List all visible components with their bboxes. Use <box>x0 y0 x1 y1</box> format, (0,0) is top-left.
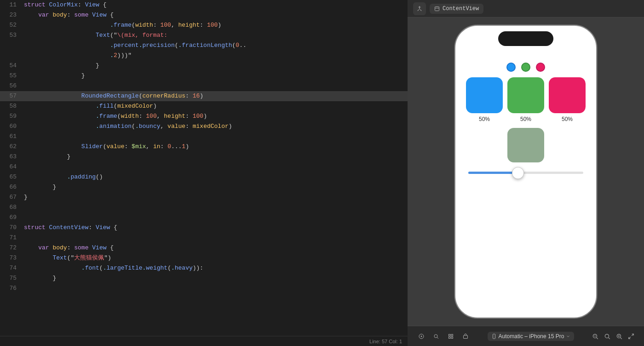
line-number: 68 <box>0 202 22 213</box>
code-line: 73 Text("大熊猫侯佩") <box>0 253 408 263</box>
line-content: } <box>22 192 408 202</box>
line-number: 11 <box>0 0 22 10</box>
swatch-label: 50% <box>562 116 573 122</box>
code-line: 65 .padding() <box>0 172 408 182</box>
line-number: 62 <box>0 142 22 152</box>
svg-rect-7 <box>451 334 453 336</box>
swatch-item: 50% <box>466 77 503 122</box>
line-number: 71 <box>0 233 22 243</box>
line-number: 63 <box>0 152 22 162</box>
window-icon <box>434 6 440 12</box>
zoom-controls <box>590 331 637 342</box>
slider-container[interactable] <box>468 172 583 174</box>
zoom-full-button[interactable] <box>626 331 637 342</box>
svg-rect-8 <box>449 337 451 339</box>
code-line: 69 <box>0 213 408 223</box>
line-number: 66 <box>0 182 22 192</box>
line-number: 52 <box>0 20 22 30</box>
swatch-box <box>549 77 586 113</box>
line-content: Slider(value: $mix, in: 0...1) <box>22 142 408 152</box>
grid-icon[interactable] <box>444 330 457 343</box>
line-number: 57 <box>0 91 22 101</box>
swatch-label: 50% <box>520 116 531 122</box>
svg-rect-0 <box>435 6 439 11</box>
line-number: 64 <box>0 162 22 172</box>
iphone-frame: 50%50%50% <box>454 25 597 318</box>
swatch-box <box>507 77 544 113</box>
share-icon[interactable] <box>459 330 472 343</box>
line-number: 23 <box>0 10 22 20</box>
code-area: 11struct ColorMix: View {23 var body: so… <box>0 0 408 346</box>
zoom-fit-button[interactable] <box>602 331 613 342</box>
color-swatches-row: 50%50%50% <box>466 77 586 122</box>
zoom-plus-button[interactable] <box>614 331 625 342</box>
swatch-label: 50% <box>479 116 490 122</box>
code-line: 72 var body: some View { <box>0 243 408 253</box>
pin-button[interactable] <box>413 2 426 15</box>
swatch-item: 50% <box>507 77 544 122</box>
line-content: .animation(.bouncy, value: mixedColor) <box>22 121 408 132</box>
code-line: 52 .frame(width: 100, height: 100) <box>0 20 408 30</box>
code-line: 60 .animation(.bouncy, value: mixedColor… <box>0 121 408 132</box>
slider-thumb[interactable] <box>512 167 524 179</box>
line-content: var body: some View { <box>22 10 408 20</box>
svg-point-16 <box>605 334 609 338</box>
line-content: var body: some View { <box>22 243 408 253</box>
line-number: 65 <box>0 172 22 182</box>
color-circle <box>521 63 530 72</box>
line-content: } <box>22 182 408 192</box>
code-line: 53 Text("\(mix, format: <box>0 30 408 40</box>
line-number: 73 <box>0 253 22 263</box>
line-number: 56 <box>0 81 22 91</box>
line-number: 60 <box>0 121 22 132</box>
code-line: 59 .frame(width: 100, height: 100) <box>0 111 408 121</box>
content-view-badge[interactable]: ContentView <box>430 4 483 14</box>
code-line: 63 } <box>0 152 408 162</box>
code-line: 23 var body: some View { <box>0 10 408 20</box>
zoom-minus-button[interactable] <box>590 331 601 342</box>
svg-rect-9 <box>451 337 453 339</box>
play-icon[interactable] <box>415 330 428 343</box>
code-line: 68 <box>0 202 408 213</box>
iphone-screen: 50%50%50% <box>455 26 596 317</box>
line-content: .fill(mixedColor) <box>22 101 408 111</box>
line-content: .font(.largeTitle.weight(.heavy)): <box>22 263 408 273</box>
code-line: 66 } <box>0 182 408 192</box>
svg-line-23 <box>629 337 631 339</box>
swatch-item: 50% <box>549 77 586 122</box>
line-content: } <box>22 273 408 283</box>
line-content: .2)))" <box>22 51 408 61</box>
line-number: 72 <box>0 243 22 253</box>
code-line: 74 .font(.largeTitle.weight(.heavy)): <box>0 263 408 273</box>
device-label: Automatic – iPhone 15 Pro <box>499 333 564 340</box>
code-line: 61 <box>0 132 408 142</box>
device-icon <box>491 334 497 339</box>
code-line: 67} <box>0 192 408 202</box>
code-line: 57 RoundedRectangle(cornerRadius: 16) <box>0 91 408 101</box>
svg-point-4 <box>434 334 437 338</box>
color-circle <box>506 63 516 72</box>
code-line: 75 } <box>0 273 408 283</box>
color-circles-row <box>506 63 545 72</box>
svg-marker-3 <box>421 335 422 337</box>
content-view-label: ContentView <box>443 6 479 12</box>
line-content: Text("\(mix, format: <box>22 30 408 40</box>
status-bar: Line: 57 Col: 1 <box>0 336 408 346</box>
chevron-down-icon <box>566 334 570 339</box>
svg-line-5 <box>437 337 438 339</box>
code-line: .percent.precision(.fractionLength(0.. <box>0 40 408 51</box>
line-number: 69 <box>0 213 22 223</box>
code-line: 62 Slider(value: $mix, in: 0...1) <box>0 142 408 152</box>
inspect-icon[interactable] <box>430 330 443 343</box>
device-selector[interactable]: Automatic – iPhone 15 Pro <box>488 332 575 341</box>
line-content: .padding() <box>22 172 408 182</box>
preview-toolbar: ContentView <box>408 0 644 17</box>
svg-line-14 <box>597 337 598 339</box>
line-number: 75 <box>0 273 22 283</box>
editor-panel: 11struct ColorMix: View {23 var body: so… <box>0 0 408 346</box>
device-container: 50%50%50% <box>454 17 597 346</box>
code-line: 58 .fill(mixedColor) <box>0 101 408 111</box>
line-content: struct ContentView: View { <box>22 223 408 233</box>
line-content: .frame(width: 100, height: 100) <box>22 20 408 30</box>
code-line: 55 } <box>0 71 408 81</box>
